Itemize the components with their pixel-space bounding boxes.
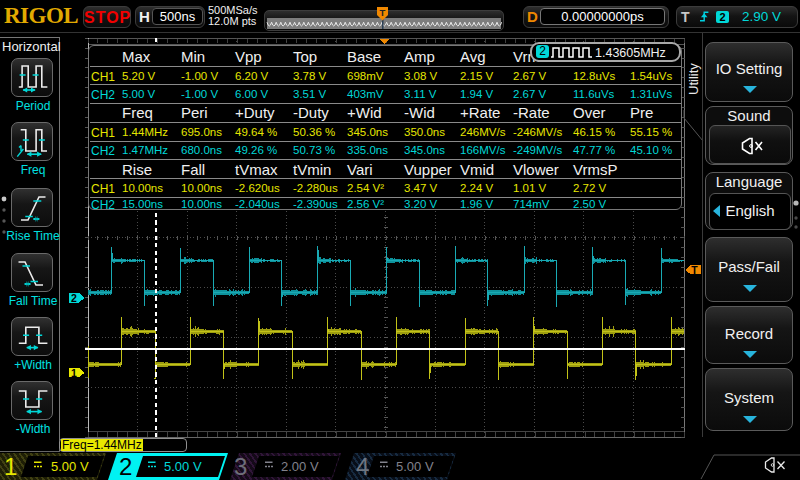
svg-text:T: T: [380, 7, 386, 18]
svg-text:2: 2: [71, 292, 77, 304]
svg-text:1: 1: [71, 367, 77, 379]
svg-text:T: T: [691, 264, 698, 276]
